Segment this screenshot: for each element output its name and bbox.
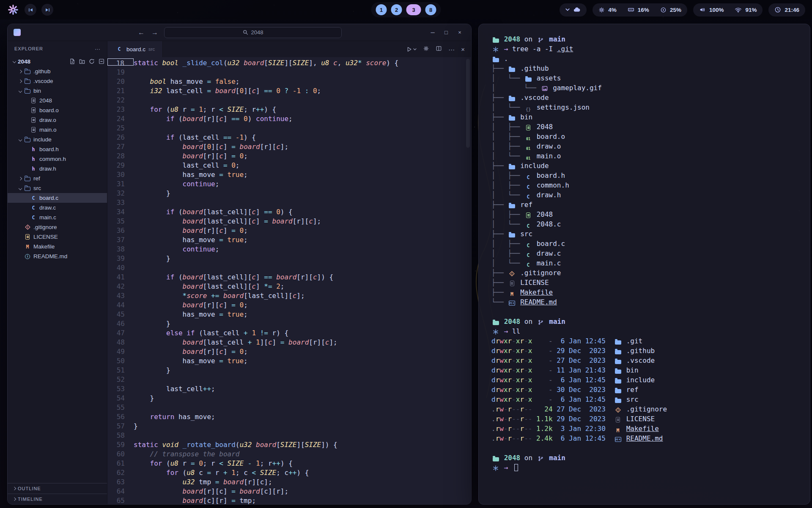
cloud-icon (573, 6, 581, 14)
speaker-icon (699, 6, 706, 13)
search-value: 2048 (251, 29, 263, 36)
explorer-item-label: .github (33, 68, 51, 75)
chevron-spacer (23, 166, 30, 172)
line-number: 34 (107, 207, 134, 217)
explorer-item-label: .gitignore (33, 224, 57, 230)
outline-panel[interactable]: OUTLINE (8, 483, 107, 494)
doc-icon (614, 417, 622, 423)
refresh-icon[interactable] (89, 58, 95, 64)
line-number: 47 (107, 329, 134, 338)
explorer-item-board.o[interactable]: board.o (8, 105, 107, 115)
line-number: 48 (107, 338, 134, 347)
workspace-8[interactable]: 8 (425, 4, 436, 15)
terminal-row: . (491, 54, 797, 64)
memory-usage: 16% (638, 7, 649, 13)
new-file-icon[interactable] (69, 58, 75, 64)
terminal-row: ├── .github (491, 64, 797, 73)
doc-icon (30, 127, 37, 133)
explorer-item-main.o[interactable]: main.o (8, 125, 107, 135)
line-number: 27 (107, 142, 134, 152)
nav-forward-icon[interactable]: → (151, 29, 159, 36)
disk-usage: 25% (670, 7, 681, 13)
explorer-item-src[interactable]: src (8, 183, 107, 193)
line-number: 46 (107, 319, 134, 329)
explorer-item-label: bin (33, 88, 41, 94)
code-line: 41 if (board[last_cell][c] == board[r][c… (107, 273, 471, 282)
explorer-item-draw.o[interactable]: draw.o (8, 115, 107, 125)
explorer-item-board.h[interactable]: hboard.h (8, 144, 107, 154)
wifi-icon (735, 6, 742, 14)
explorer-item-2048[interactable]: 2048 (8, 96, 107, 105)
explorer-item-draw.h[interactable]: hdraw.h (8, 164, 107, 174)
explorer-root-folder[interactable]: 2048 (8, 56, 107, 66)
chevron-spacer (17, 234, 24, 240)
chevron-down-icon (11, 58, 18, 65)
close-button[interactable]: × (454, 29, 465, 36)
terminal-row: drwxr-xr-x - 11 Jan 21:43 bin (491, 365, 797, 375)
clock-widget[interactable]: 21:46 (768, 3, 805, 17)
launcher-gear-icon[interactable] (7, 3, 19, 16)
tab-board-c[interactable]: C board.c src (107, 41, 163, 57)
chevron-spacer (23, 117, 30, 124)
explorer-item-README.md[interactable]: iREADME.md (8, 251, 107, 261)
explorer-item-label: LICENSE (33, 234, 58, 240)
workspace-2[interactable]: 2 (391, 4, 402, 15)
media-next-button[interactable] (41, 4, 53, 16)
explorer-item-ref[interactable]: ref (8, 174, 107, 183)
explorer-item-label: board.o (39, 107, 59, 113)
explorer-item-LICENSE[interactable]: LICENSE (8, 232, 107, 242)
explorer-item-label: 2048 (39, 97, 52, 104)
new-folder-icon[interactable] (79, 58, 85, 64)
line-number: 38 (107, 245, 134, 254)
terminal-window[interactable]: 2048 on main → tree -a -I .git .├── .git… (478, 24, 810, 505)
image-icon (540, 85, 549, 92)
code-line: 55 (107, 403, 471, 412)
code-line: 32 } (107, 189, 471, 198)
explorer-item-bin[interactable]: bin (8, 86, 107, 96)
split-editor-icon[interactable] (436, 45, 442, 53)
explorer-item-draw.c[interactable]: Cdraw.c (8, 203, 107, 213)
media-previous-button[interactable] (25, 4, 36, 16)
explorer-item-Makefile[interactable]: MMakefile (8, 242, 107, 251)
command-center-search[interactable]: 2048 (164, 27, 342, 38)
system-stats-widget[interactable]: 4% 16% 25% (593, 3, 687, 17)
maximize-button[interactable]: □ (441, 29, 452, 36)
timeline-panel[interactable]: TIMELINE (8, 494, 107, 504)
ram-icon (628, 6, 634, 13)
code-line: 65 board[c][r] = tmp; (107, 496, 471, 504)
terminal-row: │ └── 01 main.o (491, 151, 797, 161)
run-button[interactable] (406, 46, 417, 52)
settings-gear-icon[interactable] (423, 45, 429, 53)
nav-back-icon[interactable]: ← (137, 29, 145, 36)
explorer-item-common.h[interactable]: hcommon.h (8, 154, 107, 164)
weather-widget[interactable] (560, 3, 587, 17)
explorer-item-main.c[interactable]: Cmain.c (8, 213, 107, 222)
explorer-item-.gitignore[interactable]: .gitignore (8, 222, 107, 232)
terminal-rows: 2048 on main → tree -a -I .git .├── .git… (491, 34, 797, 472)
line-number: 24 (107, 114, 134, 124)
folder-icon (614, 368, 622, 375)
collapse-all-icon[interactable] (99, 58, 104, 64)
explorer-item-include[interactable]: include (8, 135, 107, 144)
terminal-row (491, 307, 797, 317)
explorer-more-actions[interactable]: ··· (95, 46, 100, 52)
terminal-row: drwxr-xr-x - 6 Jan 12:45 .git (491, 336, 797, 346)
chevron-right-icon (17, 78, 24, 85)
workspace-1[interactable]: 1 (376, 4, 387, 15)
explorer-item-label: draw.c (39, 204, 56, 211)
clock-icon (774, 6, 781, 13)
explorer-item-.vscode[interactable]: .vscode (8, 76, 107, 86)
explorer-item-board.c[interactable]: Cboard.c (8, 193, 107, 203)
minimize-button[interactable]: ─ (427, 29, 438, 36)
editor-scrollbar[interactable] (466, 59, 470, 148)
explorer-item-label: ref (33, 175, 40, 182)
more-actions-icon[interactable]: ··· (448, 46, 455, 52)
line-number: 28 (107, 152, 134, 161)
workspace-3[interactable]: 3 (406, 4, 421, 15)
chevron-down-icon (17, 88, 24, 94)
code-area[interactable]: 18static bool _slide_col(u32 board[SIZE]… (107, 57, 471, 504)
explorer-item-.github[interactable]: .github (8, 66, 107, 76)
close-editor-icon[interactable]: × (461, 46, 465, 52)
audio-network-widget[interactable]: 100% 91% (693, 3, 763, 17)
terminal-row: │ ├── C common.h (491, 180, 797, 190)
